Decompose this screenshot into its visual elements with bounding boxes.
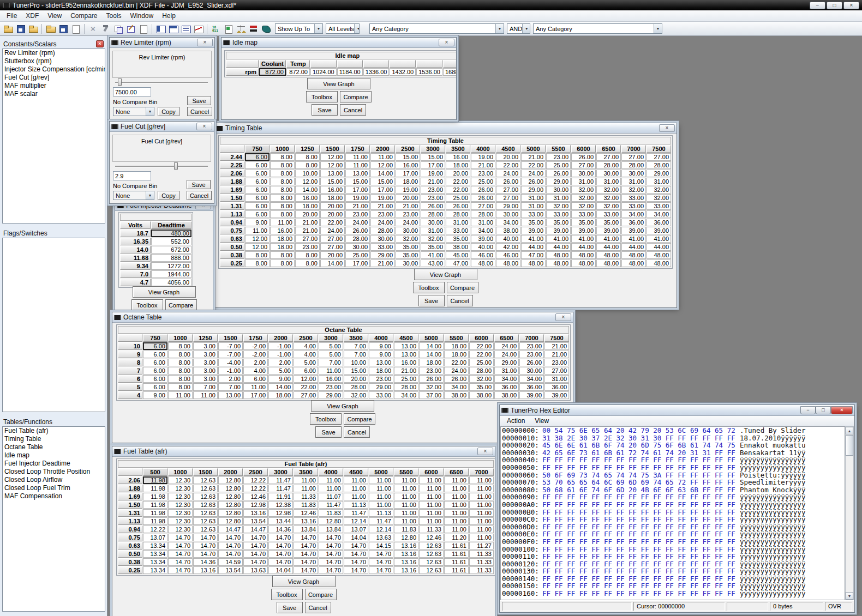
cell[interactable]: 14.04	[344, 534, 368, 541]
cell[interactable]: 18.00	[270, 243, 295, 251]
hex-row[interactable]: 000000C0:FF FF FF FF FF FF FF FF FF FF F…	[501, 516, 845, 523]
cell[interactable]: 14.70	[294, 534, 318, 541]
cell[interactable]: 27.00	[571, 161, 596, 169]
cell[interactable]: 4.00	[294, 351, 318, 358]
cell[interactable]: 11.61	[444, 558, 469, 566]
octane-table-titlebar[interactable]: Octane Table ×	[112, 312, 573, 323]
cell[interactable]: 18.00	[446, 161, 470, 169]
cell[interactable]: 13.63	[243, 566, 268, 574]
cell[interactable]: 10.00	[295, 170, 320, 177]
cell[interactable]: 18.00	[444, 351, 469, 358]
open-bin-icon[interactable]	[2, 23, 14, 34]
edit-item-icon[interactable]	[125, 23, 136, 34]
maximize-icon[interactable]: □	[827, 2, 842, 9]
cell[interactable]: 12.63	[419, 542, 444, 549]
cell[interactable]: 12.46	[419, 534, 444, 541]
cell[interactable]: 48.00	[571, 251, 596, 259]
cell[interactable]: 33.00	[369, 391, 393, 399]
slider-thumb[interactable]	[118, 78, 122, 86]
row-header[interactable]: 11.68	[120, 254, 151, 262]
row-header[interactable]: 5	[118, 383, 142, 391]
cell[interactable]: 32.00	[421, 235, 445, 243]
cell[interactable]: 11.27	[469, 542, 494, 549]
cell[interactable]: 13.00	[320, 170, 345, 177]
col-header[interactable]: 1750	[243, 334, 268, 342]
vertical-scrollbar[interactable]: ▲ ▼	[845, 426, 854, 600]
cell[interactable]: 8.00	[295, 259, 320, 267]
cell[interactable]: 39.00	[521, 227, 546, 234]
col-header[interactable]: 7000	[519, 334, 544, 342]
cell[interactable]: 14.70	[344, 558, 368, 566]
cell[interactable]: 7.00	[344, 351, 368, 358]
hex-row[interactable]: 000000B0:FF FF FF FF FF FF FF FF FF FF F…	[501, 509, 845, 516]
cell[interactable]: 14.70	[218, 542, 243, 549]
cell[interactable]: 8.00	[270, 251, 295, 259]
new-item-icon[interactable]	[137, 23, 149, 34]
hex-row[interactable]: 00000080:50 68 61 6E 74 6F 6D 20 4B 6E 6…	[501, 486, 845, 494]
cell[interactable]: 27.00	[544, 367, 569, 375]
col-header[interactable]: 7000	[469, 468, 494, 476]
col-header[interactable]: 3000	[268, 468, 293, 476]
cell[interactable]: 46.00	[496, 251, 520, 259]
save-button[interactable]: Save	[312, 104, 338, 116]
cell[interactable]: 11.00	[444, 485, 469, 492]
cell[interactable]: 35.00	[469, 383, 494, 391]
cell[interactable]: 9.00	[245, 219, 270, 226]
cell[interactable]: 11.00	[369, 493, 393, 500]
cell[interactable]: 12.80	[218, 509, 243, 517]
cell[interactable]: 30.00	[396, 259, 420, 267]
list-item[interactable]: Closed Loop Fuel Trim	[3, 484, 105, 492]
cell[interactable]: 25.00	[471, 178, 495, 185]
cell[interactable]: 23.00	[421, 194, 445, 202]
cell[interactable]: 12.22	[243, 476, 268, 484]
cell[interactable]: 11.00	[344, 476, 368, 484]
cell[interactable]: 28.00	[394, 383, 418, 391]
cell[interactable]: 12.63	[419, 566, 444, 574]
cell[interactable]: 21.00	[421, 178, 445, 185]
cell[interactable]: -7.00	[218, 342, 243, 350]
row-header[interactable]: 1.31	[118, 509, 142, 517]
cell[interactable]: 14.70	[168, 566, 193, 574]
compare-button[interactable]: Compare	[305, 589, 337, 600]
cell[interactable]: 41.00	[421, 251, 445, 259]
cell[interactable]: 3.00	[193, 375, 218, 383]
cell[interactable]: 11.00	[469, 517, 494, 525]
cell[interactable]: 13.16	[394, 558, 418, 566]
cell[interactable]: 27.00	[295, 235, 320, 243]
row-header[interactable]: 1.13	[118, 517, 142, 525]
cell[interactable]: 11.00	[444, 476, 469, 484]
cell[interactable]: 47.00	[446, 259, 470, 267]
cell[interactable]: 48.00	[496, 259, 520, 267]
chevron-down-icon[interactable]: ▼	[146, 107, 154, 116]
cancel-button[interactable]: Cancel	[344, 426, 370, 438]
cell[interactable]: 11.61	[444, 550, 469, 558]
cell[interactable]: 11.98	[143, 501, 167, 509]
cell[interactable]: 30.00	[370, 235, 395, 243]
close-icon[interactable]: ×	[555, 313, 571, 321]
hex-row[interactable]: 00000140:FF FF FF FF FF FF FF FF FF FF F…	[501, 575, 845, 583]
cell[interactable]: 11.00	[469, 493, 494, 500]
cell[interactable]: 30.00	[621, 170, 646, 177]
cell[interactable]: 12.30	[168, 526, 193, 533]
cell[interactable]: 11.98	[143, 476, 167, 484]
cell[interactable]: 41.00	[521, 235, 546, 243]
col-header[interactable]: 3000	[421, 145, 445, 153]
cell[interactable]: 28.00	[370, 227, 395, 234]
cell[interactable]: 12.98	[243, 501, 268, 509]
cell[interactable]: 8.00	[168, 342, 193, 350]
col-header[interactable]: 1500	[193, 468, 218, 476]
row-header[interactable]: 1.88	[118, 485, 142, 492]
col-header[interactable]: Coolant	[259, 60, 286, 68]
row-header[interactable]: rpm	[226, 68, 259, 76]
col-header[interactable]: Deadtime	[151, 221, 191, 229]
cell[interactable]: 35.00	[446, 235, 470, 243]
cell[interactable]: 30.00	[345, 243, 370, 251]
cell[interactable]: 14.70	[369, 558, 393, 566]
cell[interactable]: 25.00	[546, 161, 571, 169]
cell[interactable]: 6.00	[294, 367, 318, 375]
cell[interactable]: 7.00	[319, 359, 343, 366]
view-graph-button[interactable]: View Graph	[414, 269, 477, 280]
cell[interactable]: 12.00	[320, 153, 345, 161]
close-bin-icon[interactable]	[27, 23, 39, 34]
col-header[interactable]: 4000	[369, 334, 393, 342]
